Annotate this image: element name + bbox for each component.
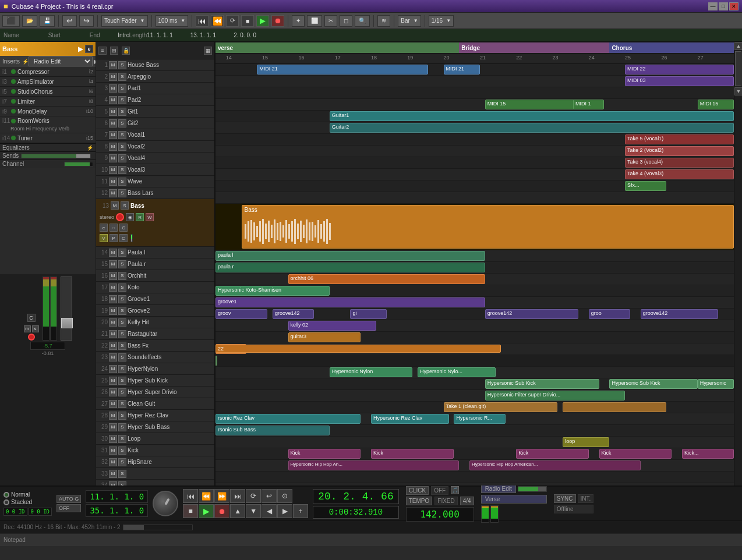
position-time-display[interactable]: 20. 2. 4. 66 (313, 489, 399, 504)
track-solo-7[interactable]: S (118, 131, 126, 139)
track-mute-12[interactable]: M (109, 189, 117, 197)
track-solo-22[interactable]: S (118, 342, 126, 350)
track-mute-29[interactable]: M (109, 423, 117, 431)
track-solo-16[interactable]: S (118, 272, 126, 280)
track-name-2[interactable]: Arpeggio (128, 73, 213, 80)
track-mute-22[interactable]: M (109, 342, 117, 350)
track-solo-30[interactable]: S (118, 435, 126, 443)
clip-midi21-2[interactable]: MIDI 21 (444, 65, 480, 75)
clip-rez-clav1[interactable]: rsonic Rez Clav (215, 414, 361, 424)
track-mute-20[interactable]: M (109, 318, 117, 327)
scroll-thumb[interactable] (735, 51, 741, 86)
range-tool[interactable]: ⬜ (307, 15, 322, 27)
transport-right[interactable]: ▶ (277, 504, 292, 518)
track-mute-16[interactable]: M (109, 272, 117, 280)
track-name-29[interactable]: Hyper Sub Bass (128, 424, 213, 430)
clip-sub-kick1[interactable]: Hypersonic Sub Kick (485, 379, 599, 389)
clip-midi03[interactable]: MIDI 03 (625, 76, 734, 86)
radio-edit-select[interactable]: Radio Edit (29, 56, 93, 66)
track-name-32[interactable]: HipSnare (128, 459, 213, 465)
track-solo-9[interactable]: S (118, 154, 126, 162)
track-solo-32[interactable]: S (118, 458, 126, 466)
track-name-30[interactable]: Loop (128, 435, 213, 442)
clip-midi15[interactable]: MIDI 15 (485, 100, 578, 109)
bass-send-btn[interactable]: ↔ (109, 224, 118, 232)
track-mute-1[interactable]: M (109, 61, 117, 69)
zoom-tool[interactable]: 🔍 (355, 15, 370, 27)
track-solo-21[interactable]: S (118, 330, 126, 338)
track-name-21[interactable]: Rastaguitar (128, 331, 213, 337)
channel-fader-track[interactable] (61, 277, 72, 341)
track-name-14[interactable]: Paula l (128, 249, 213, 256)
clip-hipsnare2[interactable]: Hypersonic Hip Hop American... (469, 460, 641, 470)
track-mute-25[interactable]: M (109, 377, 117, 385)
transport-stop-main[interactable]: ■ (183, 504, 198, 518)
clip-loop[interactable]: loop (563, 437, 609, 447)
transport-cycle[interactable]: ⟳ (246, 489, 261, 503)
channel-row[interactable]: Channel (0, 160, 96, 168)
tempo-btn[interactable]: TEMPO (406, 497, 433, 505)
undo-button[interactable]: ↩ (62, 15, 77, 27)
track-name-26[interactable]: Hyper Super Drivio (128, 389, 213, 395)
insert-slot-compressor[interactable]: i1 Compressor i2 (0, 67, 96, 77)
track-name-10[interactable]: Vocal3 (128, 166, 213, 173)
click-icon[interactable]: 🎵 (451, 486, 459, 494)
clip-kick3[interactable]: Kick (516, 449, 589, 459)
redo-button[interactable]: ↪ (79, 15, 94, 27)
track-mute-26[interactable]: M (109, 388, 117, 396)
touch-fader-dropdown[interactable]: Touch Fader (101, 15, 148, 27)
track-mute-7[interactable]: M (109, 131, 117, 139)
scroll-up-arrow[interactable]: ▲ (734, 42, 742, 50)
insert-slot-roomworks[interactable]: i11 RoomWorks Room Hi Frequency Verb (0, 116, 96, 133)
track-mute-30[interactable]: M (109, 435, 117, 443)
track-content-scroll[interactable]: MIDI 21 MIDI 21 MIDI 22 MIDI 03 (215, 64, 734, 485)
clip-groove142-4[interactable]: groove142 (485, 309, 578, 319)
clip-paula-l[interactable]: paula l (215, 251, 485, 261)
save-button[interactable]: 💾 (40, 15, 55, 27)
clip-rez-clav3[interactable]: Hypersonic R... (454, 414, 506, 424)
stop-button[interactable]: ■ (241, 15, 254, 27)
track-solo-15[interactable]: S (118, 260, 126, 268)
track-mute-13[interactable]: M (111, 201, 119, 210)
track-header-icon[interactable]: ≡ (98, 47, 107, 55)
track-solo-1[interactable]: S (118, 61, 126, 69)
equalizers-row[interactable]: Equalizers ⚡ (0, 143, 96, 151)
time-value-dropdown[interactable]: 100 ms (156, 15, 189, 27)
track-solo-29[interactable]: S (118, 423, 126, 431)
insert-slot-delay[interactable]: i9 MonoDelay i10 (0, 107, 96, 116)
track-name-5[interactable]: Git1 (128, 108, 213, 115)
open-button[interactable]: 📂 (22, 15, 37, 27)
transport-forward[interactable]: ⏩ (214, 489, 229, 503)
track-mute-28[interactable]: M (109, 412, 117, 420)
off-btn[interactable]: OFF (56, 504, 81, 512)
select-tool[interactable]: ✦ (292, 15, 305, 27)
bass-read-btn[interactable]: R (136, 213, 144, 221)
track-mute-9[interactable]: M (109, 154, 117, 162)
track-mute-21[interactable]: M (109, 330, 117, 338)
track-solo-11[interactable]: S (118, 178, 126, 186)
track-solo-23[interactable]: S (118, 353, 126, 361)
track-solo-5[interactable]: S (118, 108, 126, 116)
track-solo-34[interactable]: S (118, 481, 126, 486)
right-scrollbar[interactable]: ▲ ▼ (734, 42, 742, 485)
track-mute-10[interactable]: M (109, 166, 117, 174)
clip-sub-kick2[interactable]: Hypersonic Sub Kick (609, 379, 697, 389)
clip-take4[interactable]: Take 4 (Voval3) (625, 169, 734, 179)
track-solo-2[interactable]: S (118, 73, 126, 81)
mode-normal-row[interactable]: Normal (3, 491, 52, 498)
track-mute-11[interactable]: M (109, 178, 117, 186)
track-name-27[interactable]: Clean Guit (128, 400, 213, 407)
clip-guitar3[interactable]: guitar3 (288, 332, 361, 342)
sends-row[interactable]: Sends (0, 151, 96, 160)
track-name-24[interactable]: HyperNylon (128, 366, 213, 372)
bass-chan-btn[interactable]: C (119, 234, 128, 242)
track-solo-10[interactable]: S (118, 166, 126, 174)
click-btn[interactable]: CLICK (406, 486, 429, 495)
bass-write-btn[interactable]: W (146, 213, 154, 221)
cut-tool[interactable]: ✂ (324, 15, 337, 27)
scroll-down-arrow[interactable]: ▼ (734, 87, 742, 95)
track-solo-20[interactable]: S (118, 318, 126, 327)
track-name-20[interactable]: Kelly Hit (128, 319, 213, 325)
track-solo-3[interactable]: S (118, 84, 126, 93)
clip-kick4[interactable]: Kick (599, 449, 672, 459)
